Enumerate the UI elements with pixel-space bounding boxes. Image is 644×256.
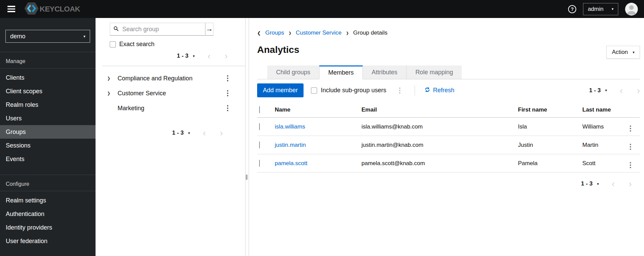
search-submit-button[interactable]: → [205, 23, 213, 36]
member-username-link[interactable]: isla.williams [275, 123, 305, 130]
chevron-down-icon: ▾ [632, 51, 635, 54]
breadcrumb-back-icon[interactable]: ❮ [257, 31, 261, 36]
action-dropdown-button[interactable]: Action ▾ [606, 46, 640, 59]
row-checkbox[interactable] [259, 123, 260, 130]
member-last-name: Scott [580, 154, 621, 173]
tab-members[interactable]: Members [319, 65, 363, 79]
breadcrumb: ❮ Groups ❯ Customer Service ❯ Group deta… [257, 29, 640, 36]
pagination-prev-icon[interactable]: ‹ [612, 179, 615, 188]
member-username-link[interactable]: justin.martin [275, 142, 306, 148]
pagination-range: 1 - 3 [172, 130, 184, 136]
select-all-checkbox[interactable] [259, 106, 260, 113]
member-first-name: Isla [516, 118, 580, 136]
arrow-right-icon: → [206, 25, 213, 33]
member-first-name: Pamela [516, 154, 580, 173]
sidebar-item-identity-providers[interactable]: Identity providers [0, 221, 96, 234]
exact-search-checkbox[interactable] [110, 41, 116, 47]
pagination-prev-icon[interactable]: ‹ [203, 129, 206, 137]
member-email: isla.williams@knab.com [359, 118, 516, 136]
exact-search-label: Exact search [119, 41, 154, 48]
sidebar: demo ▾ Manage Clients Client scopes Real… [0, 18, 96, 256]
pagination-prev-icon[interactable]: ‹ [620, 86, 623, 95]
sidebar-item-authentication[interactable]: Authentication [0, 207, 96, 221]
chevron-down-icon: ▾ [611, 7, 614, 11]
pagination-next-icon[interactable]: › [629, 179, 632, 188]
search-icon [113, 26, 119, 33]
kebab-menu-icon[interactable] [630, 144, 631, 150]
column-header-email[interactable]: Email [359, 102, 516, 118]
table-row: pamela.scott pamela.scott@knab.com Pamel… [257, 154, 640, 173]
include-subgroup-label: Include sub-group users [321, 87, 386, 94]
group-search-input[interactable] [122, 25, 202, 33]
refresh-button[interactable]: Refresh [424, 87, 454, 94]
avatar[interactable] [625, 3, 638, 16]
kebab-menu-icon[interactable] [630, 162, 631, 168]
add-member-button[interactable]: Add member [257, 83, 304, 97]
pagination-next-icon[interactable]: › [220, 129, 223, 137]
help-icon[interactable]: ? [568, 5, 576, 13]
tree-item-compliance-and-regulation[interactable]: ❯ Compliance and Regulation [96, 71, 245, 86]
pagination-options-caret-icon[interactable]: ▾ [605, 88, 607, 93]
groups-tree-panel: → Exact search 1 - 3 ▾ ‹ › ❯ Compliance … [96, 18, 245, 256]
section-title-configure: Configure [0, 175, 96, 191]
kebab-menu-icon[interactable] [227, 90, 228, 96]
pagination-prev-icon[interactable]: ‹ [208, 52, 211, 60]
chevron-down-icon: ▾ [83, 35, 85, 38]
sidebar-item-groups[interactable]: Groups [0, 125, 96, 139]
exact-search-option[interactable]: Exact search [110, 41, 245, 48]
kebab-menu-icon[interactable] [399, 87, 400, 94]
masthead: KEYCLOAK ? admin ▾ [0, 0, 644, 18]
brand-name: KEYCLOAK [40, 5, 80, 14]
refresh-label: Refresh [433, 87, 454, 94]
sidebar-item-realm-settings[interactable]: Realm settings [0, 194, 96, 207]
groups-pagination-top: 1 - 3 ▾ ‹ › [96, 51, 245, 61]
include-subgroup-checkbox[interactable] [311, 87, 317, 94]
column-header-name[interactable]: Name [273, 102, 359, 118]
kebab-menu-icon[interactable] [227, 75, 228, 81]
section-title-manage: Manage [0, 52, 96, 68]
tree-item-marketing[interactable]: Marketing [96, 101, 245, 116]
sidebar-item-clients[interactable]: Clients [0, 71, 96, 84]
breadcrumb-link-customer-service[interactable]: Customer Service [296, 29, 341, 36]
tab-role-mapping[interactable]: Role mapping [406, 65, 462, 79]
pagination-next-icon[interactable]: › [637, 86, 640, 95]
tree-expand-icon[interactable]: ❯ [107, 76, 113, 81]
sidebar-item-user-federation[interactable]: User federation [0, 234, 96, 248]
realm-selector[interactable]: demo ▾ [5, 30, 90, 43]
sidebar-item-sessions[interactable]: Sessions [0, 139, 96, 152]
sidebar-item-events[interactable]: Events [0, 152, 96, 166]
tab-attributes[interactable]: Attributes [363, 65, 406, 79]
sidebar-item-realm-roles[interactable]: Realm roles [0, 98, 96, 112]
tree-expand-icon[interactable]: ❯ [107, 91, 113, 96]
kebab-menu-icon[interactable] [227, 105, 228, 111]
pagination-options-caret-icon[interactable]: ▾ [188, 131, 190, 135]
column-header-first-name[interactable]: First name [516, 102, 580, 118]
member-username-link[interactable]: pamela.scott [275, 160, 307, 166]
user-menu-dropdown[interactable]: admin ▾ [583, 3, 618, 15]
group-tabs: Child groups Members Attributes Role map… [257, 65, 640, 79]
nav-toggle-icon[interactable] [7, 6, 15, 12]
column-header-last-name[interactable]: Last name [580, 102, 621, 118]
pagination-options-caret-icon[interactable]: ▾ [597, 182, 599, 186]
member-email: pamela.scott@knab.com [359, 154, 516, 173]
groups-pagination-bottom: 1 - 3 ▾ ‹ › [96, 128, 245, 138]
group-search-box [110, 23, 205, 36]
pagination-range: 1 - 3 [581, 180, 593, 187]
pagination-range: 1 - 3 [177, 53, 188, 59]
pagination-options-caret-icon[interactable]: ▾ [193, 54, 195, 58]
members-pagination-top: 1 - 3 ▾ ‹ › [589, 85, 640, 96]
row-checkbox[interactable] [259, 160, 260, 167]
member-last-name: Williams [580, 118, 621, 136]
include-subgroup-option[interactable]: Include sub-group users [311, 87, 386, 94]
row-checkbox[interactable] [259, 141, 260, 149]
kebab-menu-icon[interactable] [630, 125, 631, 132]
panel-resize-handle[interactable] [245, 18, 249, 256]
sidebar-item-users[interactable]: Users [0, 112, 96, 125]
members-table: Name Email First name Last name isla.wil… [257, 102, 640, 173]
tab-child-groups[interactable]: Child groups [267, 65, 319, 79]
pagination-next-icon[interactable]: › [225, 52, 228, 60]
breadcrumb-link-groups[interactable]: Groups [265, 29, 284, 36]
tree-item-customer-service[interactable]: ❯ Customer Service [96, 86, 245, 101]
keycloak-logo-icon [24, 2, 39, 16]
sidebar-item-client-scopes[interactable]: Client scopes [0, 84, 96, 98]
